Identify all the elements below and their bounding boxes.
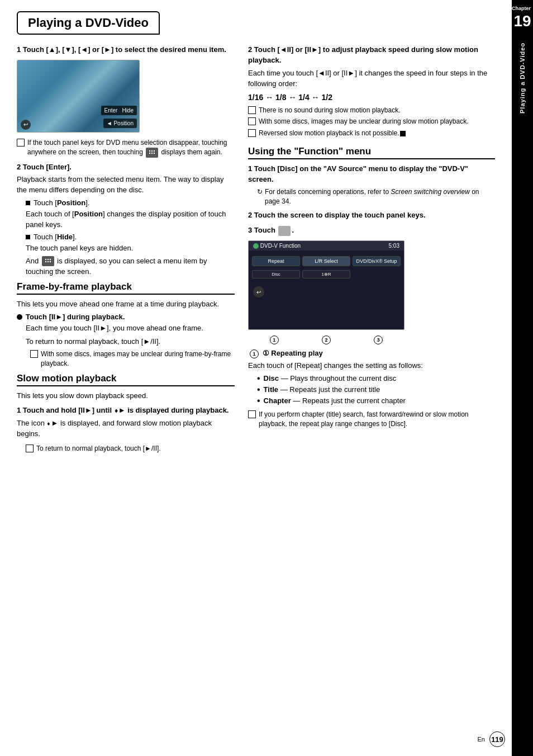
svg-point-10 (47, 261, 49, 262)
func-step2-header: 2 Touch the screen to display the touch … (248, 210, 495, 221)
label-3: 3 (374, 336, 383, 344)
svg-point-1 (151, 150, 153, 151)
bullet-square-icon-2 (26, 235, 30, 239)
slow-step1-body: The icon ⬧► is displayed, and forward sl… (17, 418, 235, 440)
svg-point-7 (47, 259, 49, 260)
dot-grid-icon (146, 148, 158, 158)
repeat-disc-item: • Disc — Plays throughout the current di… (257, 374, 495, 383)
func-section-header: Using the "Function" menu (248, 146, 495, 159)
bullet-circle-icon (17, 314, 22, 320)
note-icon-2 (30, 350, 38, 358)
left-column: 1 Touch [▲], [▼], [◄] or [►] to select t… (17, 45, 235, 456)
right-column: 2 Touch [◄II] or [II►] to adjust playbac… (248, 45, 495, 456)
hide-body: The touch panel keys are hidden. (26, 243, 235, 254)
label-1: 1 (270, 336, 279, 344)
circle-num-repeat: 1 (250, 349, 259, 358)
func-repeat-cell[interactable]: Repeat (252, 256, 300, 266)
and-displayed-text: And is displayed, so you can select a me… (26, 256, 235, 277)
svg-point-11 (50, 261, 51, 262)
step2-header: 2 Touch [Enter]. (17, 162, 235, 173)
slow-right-note2: With some discs, images may be unclear d… (248, 117, 495, 126)
svg-point-4 (151, 152, 153, 153)
func-back-row: ↩ (249, 284, 404, 300)
svg-point-6 (45, 259, 46, 260)
frame-normal-text: To return to normal playback, touch [►/I… (26, 337, 235, 347)
list-dot-chapter: • (257, 396, 260, 405)
dvd-position-bar: ◄ Position (103, 119, 137, 128)
slow-right-note1: There is no sound during slow motion pla… (248, 106, 495, 115)
sidebar-label: Playing a DVD-Video (519, 42, 526, 114)
position-body: Each touch of [Position] changes the dis… (26, 209, 235, 230)
frame-note: With some discs, images may be unclear d… (30, 349, 235, 368)
func-dvd-setup-cell[interactable]: DVD/DivX® Setup (353, 256, 401, 266)
frame-step1-body: Each time you touch [II►], you move ahea… (26, 323, 235, 334)
func-lr-select-cell[interactable]: L/R Select (302, 256, 350, 266)
dvd-menu-screenshot: Enter Hide ◄ Position ↩ (17, 60, 140, 133)
slow-body: This lets you slow down playback speed. (17, 391, 235, 401)
func-step1-note: ↻ For details concerning operations, ref… (257, 187, 495, 206)
slow-step2-header: 2 Touch [◄II] or [II►] to adjust playbac… (248, 45, 495, 66)
svg-point-8 (50, 259, 51, 260)
dvd-back-button: ↩ (21, 120, 31, 130)
page-title-box: Playing a DVD-Video (17, 11, 160, 35)
repeat-play-header-row: 1 ① Repeating play (248, 349, 495, 358)
repeat-body: Each touch of [Repeat] changes the setti… (248, 361, 495, 371)
note-icon-r1 (248, 106, 256, 114)
speed-display: 1/16 ↔ 1/8 ↔ 1/4 ↔ 1/2 (248, 92, 495, 103)
function-menu-screenshot: DVD-V Function 5:03 Repeat L/R Select DV… (248, 240, 404, 330)
list-dot-title: • (257, 385, 260, 394)
chapter-label: Chapter (512, 6, 533, 11)
right-sidebar: Chapter 19 Playing a DVD-Video (512, 0, 533, 756)
label-2: 2 (322, 336, 331, 344)
hide-bullet: Touch [Hide]. (26, 233, 235, 241)
page-title: Playing a DVD-Video (28, 16, 149, 30)
arrow-icon: ↻ (257, 187, 263, 197)
func-lr-cell[interactable]: 1⊕R (302, 270, 350, 278)
frame-body: This lets you move ahead one frame at a … (17, 299, 235, 310)
repeat-chapter-item: • Chapter — Repeats just the current cha… (257, 396, 495, 405)
note-icon-r2 (248, 117, 256, 125)
func-header-bar: DVD-V Function 5:03 (249, 241, 404, 251)
slow-section-header: Slow motion playback (17, 373, 235, 386)
dvd-menu-bar: Enter Hide (101, 106, 137, 115)
note-touch-panel-disappear: If the touch panel keys for DVD menu sel… (17, 138, 235, 158)
func-step1-header: 1 Touch [Disc] on the "AV Source" menu t… (248, 164, 495, 185)
gear-func-icon (278, 226, 291, 236)
note-icon-r3 (248, 129, 256, 137)
stop-icon (400, 131, 406, 136)
slow-note1: To return to normal playback, touch [►/I… (26, 444, 235, 453)
slow-step1-header: 1 Touch and hold [II►] until ⬧► is displ… (17, 405, 235, 416)
position-bullet: Touch [Position]. (26, 199, 235, 207)
en-label: En (478, 736, 485, 743)
step2-body: Playback starts from the selected menu i… (17, 174, 235, 196)
page-footer: En 119 (478, 731, 505, 747)
page-number: 119 (489, 731, 505, 747)
repeat-play-header: ① Repeating play (263, 349, 323, 357)
func-disc-cell[interactable]: Disc (252, 270, 300, 278)
func-menu-grid: Repeat L/R Select DVD/DivX® Setup Disc 1… (249, 253, 404, 282)
svg-point-2 (154, 150, 155, 151)
frame-section-header: Frame-by-frame playback (17, 281, 235, 295)
step1-header: 1 Touch [▲], [▼], [◄] or [►] to select t… (17, 45, 235, 55)
svg-point-0 (149, 150, 150, 151)
svg-point-3 (149, 152, 150, 153)
slow-right-note3: Reversed slow motion playback is not pos… (248, 129, 495, 138)
svg-point-5 (154, 152, 155, 153)
repeat-note: If you perform chapter (title) search, f… (248, 410, 495, 429)
dot-grid-icon-2 (42, 256, 54, 266)
list-dot-disc: • (257, 374, 260, 383)
func-image-labels: 1 2 3 (248, 336, 404, 344)
note-icon-repeat (248, 410, 256, 418)
repeat-title-item: • Title — Repeats just the current title (257, 385, 495, 394)
func-back-button[interactable]: ↩ (253, 286, 264, 297)
svg-point-9 (45, 261, 46, 262)
slow-step2-body: Each time you touch [◄II] or [II►] it ch… (248, 68, 495, 89)
frame-step1-bullet: Touch [II►] during playback. (17, 313, 235, 321)
bullet-square-icon (26, 201, 30, 205)
note-icon-3 (26, 445, 34, 452)
func-step3-header: 3 Touch . (248, 225, 495, 236)
chapter-number: 19 (512, 11, 533, 31)
note-icon-1 (17, 139, 25, 147)
page-header: Playing a DVD-Video (17, 11, 495, 35)
